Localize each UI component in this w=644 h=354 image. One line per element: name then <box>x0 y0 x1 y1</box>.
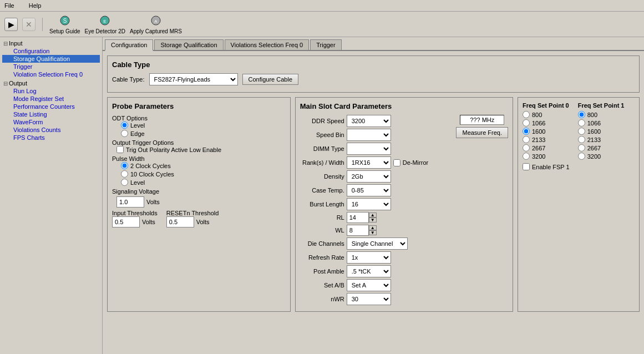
apply-captured-label[interactable]: Apply Captured MRS <box>130 28 182 34</box>
output-trigger-label: Output Trigger Options <box>112 139 286 146</box>
sidebar-item-mode-register[interactable]: Mode Register Set <box>2 95 100 103</box>
freq-panels-row: Freq Set Point 0 800 1066 <box>523 102 635 161</box>
tab-trigger[interactable]: Trigger <box>310 39 341 50</box>
freq-set-point-1-title: Freq Set Point 1 <box>578 102 625 109</box>
sidebar-item-performance-counters[interactable]: Performance Counters <box>2 103 100 110</box>
fsp0-1066-label: 1066 <box>532 120 545 127</box>
ddr-speed-select[interactable]: 3200 <box>347 115 391 127</box>
fsp0-1600-item: 1600 <box>523 128 569 135</box>
fsp1-1066-item: 1066 <box>578 119 625 127</box>
speed-bin-select[interactable] <box>347 129 391 141</box>
signaling-voltage-row: Signaling Voltage <box>112 188 286 195</box>
dimm-type-select[interactable] <box>347 143 391 155</box>
wl-spin-buttons: ▲ ▼ <box>369 225 377 235</box>
burst-length-select[interactable]: 16 <box>347 198 391 210</box>
menu-file[interactable]: File <box>0 1 19 10</box>
rl-spin-down[interactable]: ▼ <box>369 218 377 222</box>
fsp0-1600-radio[interactable] <box>523 128 530 135</box>
fsp0-800-radio[interactable] <box>523 111 530 118</box>
pulse-width-radio-group: 2 Clock Cycles 10 Clock Cycles Level <box>121 162 286 186</box>
de-mirror-checkbox[interactable] <box>393 159 400 166</box>
svg-text:S: S <box>63 18 67 24</box>
fsp0-800-label: 800 <box>532 112 542 118</box>
resetn-threshold-label: RESETn Threshold <box>166 210 219 216</box>
input-thresholds-group: Input Thresholds Volts <box>112 210 158 227</box>
pw-2clock-radio[interactable] <box>121 162 128 169</box>
wl-input[interactable] <box>347 225 369 236</box>
enable-fsp1-checkbox[interactable] <box>523 163 530 170</box>
resetn-threshold-input[interactable] <box>166 216 194 227</box>
pw-10clock-radio[interactable] <box>121 170 128 178</box>
fsp0-1066-radio[interactable] <box>523 119 530 127</box>
tab-violations-selection[interactable]: Violations Selection Freq 0 <box>225 39 310 50</box>
signaling-volts-label: Volts <box>146 199 160 205</box>
fsp1-2667-radio[interactable] <box>578 144 585 151</box>
svg-text:E: E <box>104 19 107 24</box>
sidebar-item-state-listing[interactable]: State Listing <box>2 110 100 118</box>
odt-edge-radio[interactable] <box>121 130 128 137</box>
sidebar-item-violations-counts[interactable]: Violations Counts <box>2 126 100 134</box>
fsp0-2133-label: 2133 <box>532 136 545 143</box>
fsp1-1066-radio[interactable] <box>578 119 585 127</box>
configure-cable-button[interactable]: Configure Cable <box>242 74 299 85</box>
resetn-threshold-group: RESETn Threshold Volts <box>166 210 219 227</box>
sidebar-item-trigger[interactable]: Trigger <box>2 63 100 70</box>
fsp1-2133-radio[interactable] <box>578 136 585 143</box>
rl-input[interactable] <box>347 212 369 223</box>
run-button[interactable]: ▶ <box>4 18 18 31</box>
eye-detector-icon: E <box>98 14 111 27</box>
nwr-row: nWR 30 <box>300 293 452 305</box>
sidebar-item-violation-selection[interactable]: Violation Selection Freq 0 <box>2 70 100 78</box>
ranks-select[interactable]: 1RX16 <box>347 156 391 169</box>
fsp1-800-radio[interactable] <box>578 111 585 118</box>
sidebar-item-storage-qualification[interactable]: Storage Qualification <box>2 55 100 63</box>
refresh-rate-select[interactable]: 1x <box>347 251 391 264</box>
odt-level-radio[interactable] <box>121 122 128 129</box>
speed-bin-row: Speed Bin <box>300 129 452 141</box>
fsp1-3200-radio[interactable] <box>578 153 585 160</box>
die-channels-select[interactable]: Single Channel <box>347 237 408 250</box>
pw-10clock-label: 10 Clock Cycles <box>130 171 174 178</box>
menu-help[interactable]: Help <box>24 1 46 10</box>
fsp0-3200-radio[interactable] <box>523 153 530 160</box>
fsp0-2133-radio[interactable] <box>523 136 530 143</box>
density-select[interactable]: 2Gb <box>347 170 391 183</box>
post-amble-select[interactable]: .5 *tCK <box>347 265 391 277</box>
sidebar-item-fps-charts[interactable]: FPS Charts <box>2 134 100 141</box>
tree-output-header[interactable]: ⊟ Output <box>2 79 100 87</box>
fsp1-1600-radio[interactable] <box>578 128 585 135</box>
sidebar-item-waveform[interactable]: WaveForm <box>2 118 100 126</box>
wl-spin-down[interactable]: ▼ <box>369 230 377 235</box>
sidebar-item-configuration[interactable]: Configuration <box>2 47 100 55</box>
main-slot-section: Main Slot Card Parameters DDR Speed 3200 <box>295 97 513 312</box>
case-temp-row: Case Temp. 0-85 <box>300 184 452 196</box>
cable-type-select[interactable]: FS2827-FlyingLeads <box>149 73 238 85</box>
odt-edge-item: Edge <box>121 130 286 137</box>
fsp0-2667-radio[interactable] <box>523 144 530 151</box>
signaling-voltage-input[interactable] <box>116 196 144 208</box>
wl-spin-up[interactable]: ▲ <box>369 225 377 230</box>
trig-checkbox[interactable] <box>116 146 124 153</box>
odt-level-item: Level <box>121 122 286 129</box>
eye-detector-label[interactable]: Eye Detector 2D <box>85 28 125 34</box>
pw-level-radio[interactable] <box>121 179 128 186</box>
tab-configuration[interactable]: Configuration <box>105 39 153 51</box>
post-amble-row: Post Amble .5 *tCK <box>300 265 452 277</box>
rl-spin-up[interactable]: ▲ <box>369 213 377 218</box>
fsp0-1066-item: 1066 <box>523 119 569 127</box>
main-slot-title: Main Slot Card Parameters <box>300 102 508 110</box>
stop-button[interactable]: ✕ <box>22 18 36 31</box>
set-ab-select[interactable]: Set A <box>347 279 391 291</box>
setup-guide-label[interactable]: Setup Guide <box>49 28 80 34</box>
nwr-select[interactable]: 30 <box>347 293 391 305</box>
input-expand-icon: ⊟ <box>3 41 8 47</box>
measure-freq-button[interactable]: Measure Freq. <box>456 127 508 138</box>
tab-storage-qualification[interactable]: Storage Qualification <box>154 39 223 50</box>
case-temp-select[interactable]: 0-85 <box>347 184 391 196</box>
tree-input-header[interactable]: ⊟ Input <box>2 39 100 47</box>
sidebar-item-run-log[interactable]: Run Log <box>2 87 100 95</box>
signaling-voltage-label: Signaling Voltage <box>112 188 159 195</box>
burst-length-row: Burst Length 16 <box>300 198 452 210</box>
input-thresholds-input[interactable] <box>112 216 140 227</box>
svg-text:A: A <box>154 19 158 24</box>
